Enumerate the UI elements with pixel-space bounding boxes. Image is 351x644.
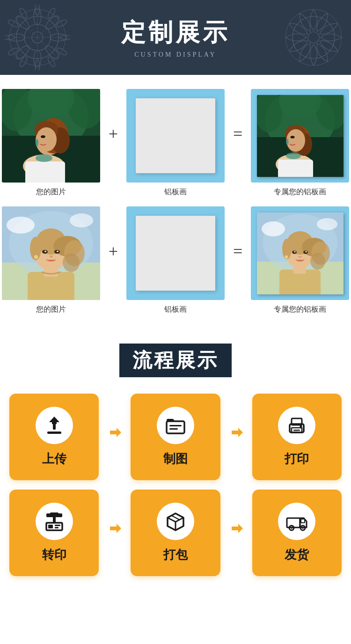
svg-point-66 bbox=[70, 213, 93, 227]
formula-item-aluminum-1: 铝板画 bbox=[126, 89, 225, 197]
svg-marker-101 bbox=[110, 428, 121, 437]
design-icon bbox=[164, 414, 187, 437]
process-label-pack: 打包 bbox=[163, 547, 188, 563]
formula-label-photo-1: 您的图片 bbox=[36, 187, 66, 197]
pack-icon bbox=[164, 510, 187, 533]
formula-item-result-1: 专属您的铝板画 bbox=[251, 89, 349, 197]
svg-marker-125 bbox=[232, 524, 243, 533]
photo-box-woman1 bbox=[2, 89, 100, 183]
header-title-block: 定制展示 CUSTOM DISPLAY bbox=[121, 16, 230, 59]
svg-rect-103 bbox=[169, 425, 182, 426]
process-label-transfer: 转印 bbox=[42, 547, 66, 563]
svg-point-84 bbox=[317, 218, 337, 230]
svg-point-58 bbox=[286, 129, 305, 152]
svg-point-129 bbox=[291, 527, 292, 529]
svg-rect-118 bbox=[55, 527, 58, 528]
arrow-right-3 bbox=[106, 520, 123, 546]
svg-point-29 bbox=[292, 16, 335, 59]
svg-rect-113 bbox=[50, 512, 58, 514]
svg-point-45 bbox=[36, 139, 38, 146]
svg-point-73 bbox=[63, 253, 80, 272]
svg-point-91 bbox=[310, 253, 325, 270]
result-box-2 bbox=[251, 206, 349, 300]
svg-rect-117 bbox=[55, 525, 60, 526]
aluminum-frame-1 bbox=[126, 89, 225, 183]
svg-point-28 bbox=[285, 9, 342, 66]
process-card-pack: 打包 bbox=[131, 490, 220, 576]
operator-plus-1: + bbox=[109, 124, 118, 162]
svg-point-94 bbox=[294, 251, 296, 252]
process-label-print: 打印 bbox=[285, 451, 309, 467]
formula-label-result-2: 专属您的铝板画 bbox=[274, 305, 326, 315]
upload-icon-circle bbox=[36, 407, 73, 444]
aluminum-inner-2 bbox=[136, 216, 215, 291]
svg-point-30 bbox=[308, 32, 319, 43]
svg-point-83 bbox=[262, 221, 285, 236]
svg-point-79 bbox=[34, 255, 38, 259]
process-title-wrap: 流程展示 bbox=[9, 344, 342, 377]
process-label-design: 制图 bbox=[163, 451, 188, 467]
svg-rect-98 bbox=[47, 432, 61, 434]
svg-rect-38 bbox=[25, 161, 65, 183]
header-subtitle: CUSTOM DISPLAY bbox=[121, 51, 230, 59]
arrow-right-2 bbox=[228, 424, 245, 450]
formula-label-result-1: 专属您的铝板画 bbox=[274, 187, 326, 197]
process-card-print: 打印 bbox=[252, 394, 342, 480]
arrow-right-1 bbox=[106, 424, 123, 450]
custom-display-section: 您的图片 + 铝板画 = bbox=[0, 75, 351, 329]
svg-line-124 bbox=[171, 516, 179, 520]
formula-row-1: 您的图片 + 铝板画 = bbox=[9, 89, 342, 197]
svg-point-111 bbox=[300, 425, 302, 428]
svg-line-121 bbox=[168, 518, 176, 522]
print-icon bbox=[285, 414, 308, 437]
formula-label-photo-2: 您的图片 bbox=[36, 305, 66, 315]
svg-point-61 bbox=[286, 153, 301, 159]
pack-icon-circle bbox=[157, 503, 194, 540]
svg-point-43 bbox=[36, 127, 57, 152]
ship-icon bbox=[285, 510, 308, 533]
transfer-icon bbox=[43, 510, 66, 533]
svg-point-131 bbox=[302, 527, 304, 529]
formula-item-photo-1: 您的图片 bbox=[2, 89, 100, 197]
ship-icon-circle bbox=[278, 503, 315, 540]
operator-plus-2: + bbox=[109, 242, 118, 280]
svg-point-96 bbox=[305, 251, 307, 252]
process-section-title: 流程展示 bbox=[132, 347, 219, 373]
formula-item-aluminum-2: 铝板画 bbox=[126, 206, 225, 315]
header-banner: 定制展示 CUSTOM DISPLAY bbox=[0, 0, 351, 75]
svg-marker-100 bbox=[49, 417, 59, 424]
operator-equal-1: = bbox=[233, 124, 242, 162]
formula-label-aluminum-2: 铝板画 bbox=[164, 305, 187, 315]
process-rows-wrap: 上传 制图 bbox=[9, 394, 342, 576]
result-inner-1 bbox=[257, 95, 344, 177]
svg-point-60 bbox=[286, 139, 288, 145]
process-card-design: 制图 bbox=[131, 394, 220, 480]
process-card-upload: 上传 bbox=[9, 394, 99, 480]
formula-row-2: 您的图片 + 铝板画 = bbox=[9, 206, 342, 315]
process-step-row-2: 转印 bbox=[9, 490, 342, 576]
process-card-transfer: 转印 bbox=[9, 490, 99, 576]
process-step-row-1: 上传 制图 bbox=[9, 394, 342, 480]
svg-point-59 bbox=[290, 136, 294, 139]
svg-point-76 bbox=[44, 251, 46, 252]
svg-rect-102 bbox=[167, 421, 184, 433]
svg-marker-119 bbox=[110, 524, 121, 533]
mandala-right-decoration bbox=[281, 5, 346, 70]
process-card-ship: 发货 bbox=[252, 490, 342, 576]
svg-point-97 bbox=[285, 255, 288, 258]
process-label-upload: 上传 bbox=[42, 451, 66, 467]
svg-point-65 bbox=[7, 217, 35, 234]
svg-point-46 bbox=[36, 154, 52, 162]
svg-rect-104 bbox=[169, 428, 178, 430]
aluminum-inner-1 bbox=[136, 98, 215, 173]
mandala-left-decoration bbox=[5, 5, 70, 70]
formula-item-photo-2: 您的图片 bbox=[2, 206, 100, 315]
svg-point-78 bbox=[57, 251, 58, 252]
aluminum-frame-2 bbox=[126, 206, 225, 300]
formula-label-aluminum-1: 铝板画 bbox=[164, 187, 187, 197]
process-label-ship: 发货 bbox=[285, 547, 309, 563]
svg-rect-109 bbox=[293, 430, 300, 431]
process-title-box: 流程展示 bbox=[119, 344, 232, 377]
operator-equal-2: = bbox=[233, 242, 242, 280]
header-main-title: 定制展示 bbox=[121, 16, 230, 49]
